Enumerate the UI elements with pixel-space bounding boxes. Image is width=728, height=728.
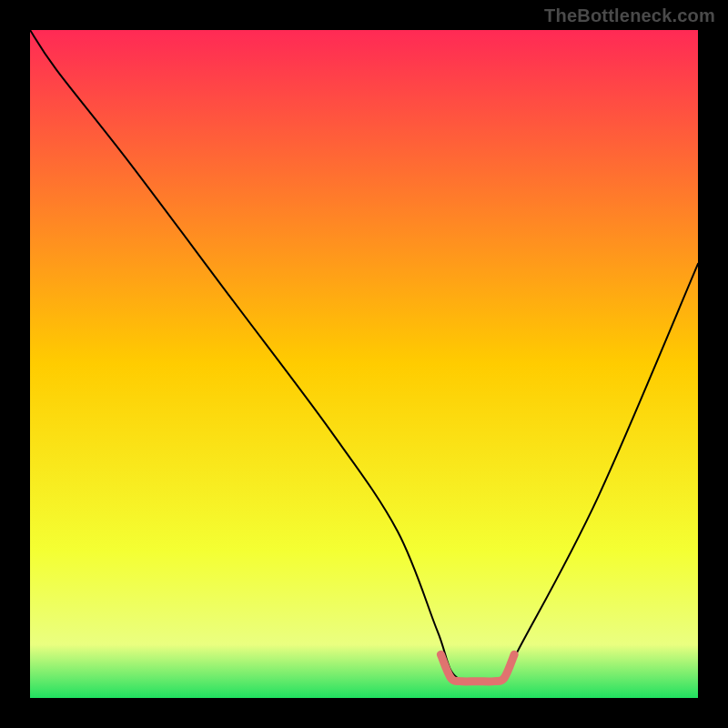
chart-frame: TheBottleneck.com [0, 0, 728, 728]
gradient-background [30, 30, 698, 698]
watermark-label: TheBottleneck.com [544, 5, 715, 26]
chart-svg [30, 30, 698, 698]
plot-area [30, 30, 698, 698]
